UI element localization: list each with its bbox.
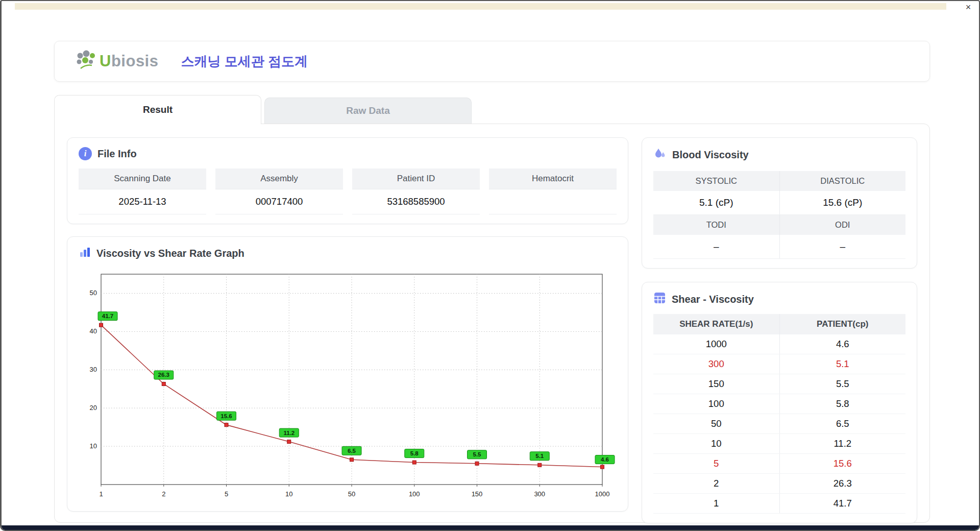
shear-rate-cell: 1 bbox=[653, 494, 779, 514]
svg-text:41.7: 41.7 bbox=[102, 313, 113, 319]
file-info-field-label: Assembly bbox=[215, 168, 343, 189]
shear-header-row: SHEAR RATE(1/s) PATIENT(cp) bbox=[653, 314, 905, 334]
svg-text:11.2: 11.2 bbox=[283, 430, 295, 436]
app-window: × Ubiosis 스캐닝 모세관 점도계 bbox=[0, 0, 980, 531]
shear-row: 2 26.3 bbox=[653, 474, 905, 494]
graph-card: Viscosity vs Shear Rate Graph 1020304050… bbox=[67, 236, 628, 512]
svg-text:10: 10 bbox=[90, 442, 97, 450]
right-column: Blood Viscosity SYSTOLICDIASTOLIC 5.1 (c… bbox=[642, 137, 917, 509]
svg-text:5.1: 5.1 bbox=[535, 453, 544, 459]
shear-rate-cell: 100 bbox=[653, 394, 779, 414]
bv-header-cell: ODI bbox=[780, 215, 906, 235]
shear-row: 100 5.8 bbox=[653, 394, 905, 414]
shear-rate-cell: 10 bbox=[653, 434, 779, 454]
grid-table-icon bbox=[653, 292, 666, 307]
file-info-field-label: Scanning Date bbox=[79, 168, 206, 189]
shear-rate-cell: 2 bbox=[653, 474, 779, 494]
file-info-field: Patient ID 53168585900 bbox=[352, 168, 480, 214]
svg-text:30: 30 bbox=[90, 366, 97, 373]
page-title: 스캐닝 모세관 점도계 bbox=[181, 53, 307, 70]
content-area: Ubiosis 스캐닝 모세관 점도계 Result Raw Data i Fi… bbox=[54, 41, 930, 523]
svg-text:100: 100 bbox=[409, 490, 420, 498]
svg-text:5: 5 bbox=[225, 490, 228, 498]
file-info-fields: Scanning Date 2025-11-13 Assembly 000717… bbox=[79, 168, 617, 214]
shear-row: 1000 4.6 bbox=[653, 334, 905, 354]
window-bottom-strip bbox=[2, 525, 979, 530]
blood-viscosity-grid: SYSTOLICDIASTOLIC 5.1 (cP)15.6 (cP) TODI… bbox=[653, 171, 905, 259]
file-info-field: Scanning Date 2025-11-13 bbox=[79, 168, 206, 214]
svg-text:20: 20 bbox=[90, 404, 97, 412]
bv-value-cell: 5.1 (cP) bbox=[653, 191, 780, 215]
shear-patient-cell: 26.3 bbox=[779, 474, 905, 494]
file-info-title: File Info bbox=[97, 148, 137, 160]
droplet-icon bbox=[653, 147, 667, 163]
shear-patient-cell: 5.8 bbox=[779, 394, 905, 414]
svg-text:26.3: 26.3 bbox=[158, 372, 169, 378]
shear-patient-cell: 15.6 bbox=[779, 454, 905, 474]
svg-text:6.5: 6.5 bbox=[348, 448, 356, 454]
bv-header-cell: TODI bbox=[653, 215, 780, 235]
svg-text:15.6: 15.6 bbox=[220, 413, 232, 419]
header-card: Ubiosis 스캐닝 모세관 점도계 bbox=[54, 41, 930, 82]
window-top-strip bbox=[15, 3, 946, 10]
bv-value-cell: 15.6 (cP) bbox=[780, 191, 906, 215]
svg-text:10: 10 bbox=[285, 490, 292, 498]
close-icon[interactable]: × bbox=[962, 1, 975, 13]
bv-header-row: TODIODI bbox=[653, 215, 905, 235]
shear-viscosity-title: Shear - Viscosity bbox=[672, 294, 754, 305]
file-info-field-label: Hematocrit bbox=[489, 168, 617, 189]
bv-header-cell: SYSTOLIC bbox=[653, 171, 780, 191]
svg-text:1000: 1000 bbox=[595, 490, 610, 498]
chart-wrap: 102030405012510501001503001000 41.7 26.3… bbox=[79, 266, 617, 502]
viscosity-chart: 102030405012510501001503001000 41.7 26.3… bbox=[79, 266, 616, 502]
leaf-icon bbox=[74, 50, 97, 73]
bv-value-row: –– bbox=[653, 235, 905, 259]
svg-text:2: 2 bbox=[162, 490, 165, 498]
shear-patient-cell: 5.5 bbox=[779, 374, 905, 394]
shear-row: 150 5.5 bbox=[653, 374, 905, 394]
svg-text:1: 1 bbox=[99, 490, 103, 498]
shear-rate-cell: 50 bbox=[653, 414, 779, 434]
tab-raw-data[interactable]: Raw Data bbox=[264, 98, 472, 124]
shear-row: 300 5.1 bbox=[653, 354, 905, 374]
ubiosis-logo: Ubiosis bbox=[74, 50, 158, 73]
bv-header-row: SYSTOLICDIASTOLIC bbox=[653, 171, 905, 191]
file-info-card: i File Info Scanning Date 2025-11-13 Ass… bbox=[67, 137, 628, 224]
svg-text:5.8: 5.8 bbox=[410, 450, 419, 456]
tab-bar: Result Raw Data bbox=[54, 95, 930, 124]
blood-viscosity-title: Blood Viscosity bbox=[672, 149, 749, 161]
file-info-field-value bbox=[489, 189, 617, 214]
shear-rate-cell: 150 bbox=[653, 374, 779, 394]
file-info-field-label: Patient ID bbox=[352, 168, 480, 189]
file-info-field-value: 2025-11-13 bbox=[79, 189, 206, 214]
bv-value-cell: – bbox=[780, 235, 906, 259]
shear-rate-cell: 300 bbox=[653, 354, 779, 374]
graph-header: Viscosity vs Shear Rate Graph bbox=[79, 246, 617, 261]
shear-rate-cell: 1000 bbox=[653, 334, 779, 354]
file-info-field-value: 000717400 bbox=[215, 189, 343, 214]
left-column: i File Info Scanning Date 2025-11-13 Ass… bbox=[67, 137, 628, 509]
blood-viscosity-header: Blood Viscosity bbox=[653, 147, 905, 163]
svg-text:50: 50 bbox=[90, 289, 97, 297]
svg-text:300: 300 bbox=[534, 490, 545, 498]
shear-viscosity-card: Shear - Viscosity SHEAR RATE(1/s) PATIEN… bbox=[642, 282, 917, 523]
svg-text:50: 50 bbox=[348, 490, 355, 498]
shear-patient-cell: 11.2 bbox=[779, 434, 905, 454]
file-info-field: Hematocrit bbox=[489, 168, 617, 214]
svg-text:4.6: 4.6 bbox=[601, 456, 609, 463]
logo-text: Ubiosis bbox=[100, 52, 158, 70]
shear-rate-cell: 5 bbox=[653, 454, 779, 474]
shear-patient-cell: 6.5 bbox=[779, 414, 905, 434]
result-panel: i File Info Scanning Date 2025-11-13 Ass… bbox=[54, 124, 930, 523]
shear-patient-cell: 5.1 bbox=[779, 354, 905, 374]
svg-text:5.5: 5.5 bbox=[473, 451, 482, 457]
shear-row: 50 6.5 bbox=[653, 414, 905, 434]
graph-title: Viscosity vs Shear Rate Graph bbox=[96, 248, 244, 259]
file-info-field: Assembly 000717400 bbox=[215, 168, 343, 214]
shear-patient-column-header: PATIENT(cp) bbox=[779, 314, 905, 334]
tab-result[interactable]: Result bbox=[54, 95, 261, 124]
shear-viscosity-header: Shear - Viscosity bbox=[653, 292, 905, 307]
shear-row: 5 15.6 bbox=[653, 454, 905, 474]
svg-text:150: 150 bbox=[472, 490, 483, 498]
shear-row: 10 11.2 bbox=[653, 434, 905, 454]
